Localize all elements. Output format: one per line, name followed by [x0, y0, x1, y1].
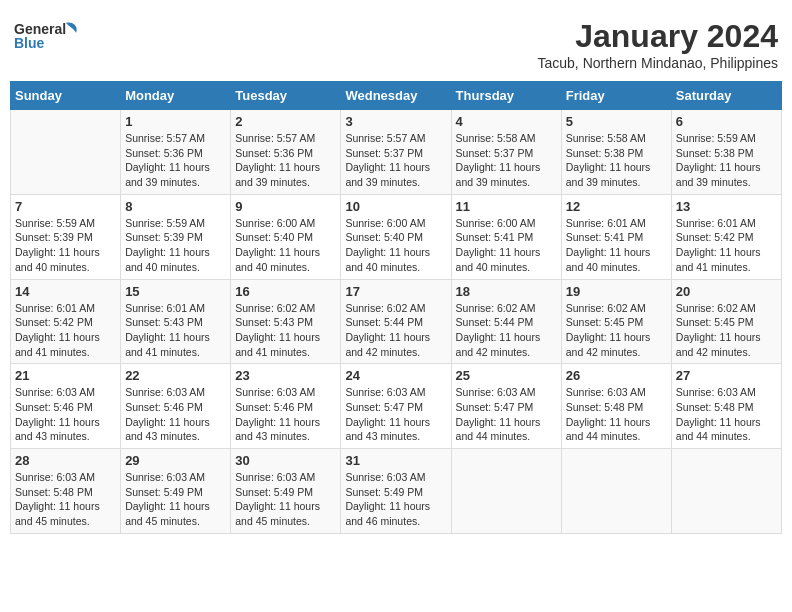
- day-number: 16: [235, 284, 336, 299]
- calendar-week-5: 28Sunrise: 6:03 AM Sunset: 5:48 PM Dayli…: [11, 449, 782, 534]
- day-info: Sunrise: 6:00 AM Sunset: 5:40 PM Dayligh…: [235, 216, 336, 275]
- day-number: 1: [125, 114, 226, 129]
- calendar-cell: 15Sunrise: 6:01 AM Sunset: 5:43 PM Dayli…: [121, 279, 231, 364]
- calendar-cell: 11Sunrise: 6:00 AM Sunset: 5:41 PM Dayli…: [451, 194, 561, 279]
- calendar-week-4: 21Sunrise: 6:03 AM Sunset: 5:46 PM Dayli…: [11, 364, 782, 449]
- day-number: 31: [345, 453, 446, 468]
- day-info: Sunrise: 6:03 AM Sunset: 5:46 PM Dayligh…: [15, 385, 116, 444]
- calendar-cell: 30Sunrise: 6:03 AM Sunset: 5:49 PM Dayli…: [231, 449, 341, 534]
- day-info: Sunrise: 6:01 AM Sunset: 5:43 PM Dayligh…: [125, 301, 226, 360]
- day-info: Sunrise: 5:59 AM Sunset: 5:39 PM Dayligh…: [125, 216, 226, 275]
- col-friday: Friday: [561, 82, 671, 110]
- calendar-cell: 24Sunrise: 6:03 AM Sunset: 5:47 PM Dayli…: [341, 364, 451, 449]
- month-title: January 2024: [538, 18, 778, 55]
- day-number: 23: [235, 368, 336, 383]
- day-info: Sunrise: 6:01 AM Sunset: 5:42 PM Dayligh…: [676, 216, 777, 275]
- day-info: Sunrise: 5:59 AM Sunset: 5:39 PM Dayligh…: [15, 216, 116, 275]
- calendar-cell: 6Sunrise: 5:59 AM Sunset: 5:38 PM Daylig…: [671, 110, 781, 195]
- calendar-week-1: 1Sunrise: 5:57 AM Sunset: 5:36 PM Daylig…: [11, 110, 782, 195]
- day-info: Sunrise: 5:57 AM Sunset: 5:36 PM Dayligh…: [235, 131, 336, 190]
- day-number: 22: [125, 368, 226, 383]
- location: Tacub, Northern Mindanao, Philippines: [538, 55, 778, 71]
- calendar-cell: [451, 449, 561, 534]
- day-number: 20: [676, 284, 777, 299]
- calendar-cell: 27Sunrise: 6:03 AM Sunset: 5:48 PM Dayli…: [671, 364, 781, 449]
- day-info: Sunrise: 6:02 AM Sunset: 5:44 PM Dayligh…: [456, 301, 557, 360]
- calendar-cell: 3Sunrise: 5:57 AM Sunset: 5:37 PM Daylig…: [341, 110, 451, 195]
- day-number: 25: [456, 368, 557, 383]
- day-info: Sunrise: 6:02 AM Sunset: 5:43 PM Dayligh…: [235, 301, 336, 360]
- day-number: 8: [125, 199, 226, 214]
- col-monday: Monday: [121, 82, 231, 110]
- day-number: 3: [345, 114, 446, 129]
- day-number: 2: [235, 114, 336, 129]
- calendar-cell: 22Sunrise: 6:03 AM Sunset: 5:46 PM Dayli…: [121, 364, 231, 449]
- day-info: Sunrise: 6:03 AM Sunset: 5:49 PM Dayligh…: [235, 470, 336, 529]
- col-sunday: Sunday: [11, 82, 121, 110]
- day-number: 10: [345, 199, 446, 214]
- day-info: Sunrise: 6:03 AM Sunset: 5:47 PM Dayligh…: [345, 385, 446, 444]
- calendar-cell: 9Sunrise: 6:00 AM Sunset: 5:40 PM Daylig…: [231, 194, 341, 279]
- calendar-cell: 12Sunrise: 6:01 AM Sunset: 5:41 PM Dayli…: [561, 194, 671, 279]
- calendar-cell: 23Sunrise: 6:03 AM Sunset: 5:46 PM Dayli…: [231, 364, 341, 449]
- day-number: 27: [676, 368, 777, 383]
- calendar-cell: 8Sunrise: 5:59 AM Sunset: 5:39 PM Daylig…: [121, 194, 231, 279]
- calendar-cell: 21Sunrise: 6:03 AM Sunset: 5:46 PM Dayli…: [11, 364, 121, 449]
- svg-text:Blue: Blue: [14, 35, 45, 51]
- day-info: Sunrise: 5:58 AM Sunset: 5:38 PM Dayligh…: [566, 131, 667, 190]
- day-number: 14: [15, 284, 116, 299]
- calendar-cell: [671, 449, 781, 534]
- header: GeneralBlue January 2024 Tacub, Northern…: [10, 10, 782, 75]
- day-info: Sunrise: 6:03 AM Sunset: 5:47 PM Dayligh…: [456, 385, 557, 444]
- calendar-cell: 18Sunrise: 6:02 AM Sunset: 5:44 PM Dayli…: [451, 279, 561, 364]
- day-info: Sunrise: 6:03 AM Sunset: 5:49 PM Dayligh…: [125, 470, 226, 529]
- day-info: Sunrise: 6:03 AM Sunset: 5:48 PM Dayligh…: [15, 470, 116, 529]
- day-number: 19: [566, 284, 667, 299]
- day-info: Sunrise: 5:58 AM Sunset: 5:37 PM Dayligh…: [456, 131, 557, 190]
- day-number: 7: [15, 199, 116, 214]
- calendar-cell: 2Sunrise: 5:57 AM Sunset: 5:36 PM Daylig…: [231, 110, 341, 195]
- day-number: 6: [676, 114, 777, 129]
- calendar-week-2: 7Sunrise: 5:59 AM Sunset: 5:39 PM Daylig…: [11, 194, 782, 279]
- calendar-cell: [11, 110, 121, 195]
- calendar-cell: [561, 449, 671, 534]
- calendar-cell: 16Sunrise: 6:02 AM Sunset: 5:43 PM Dayli…: [231, 279, 341, 364]
- day-number: 15: [125, 284, 226, 299]
- day-number: 12: [566, 199, 667, 214]
- day-info: Sunrise: 6:03 AM Sunset: 5:46 PM Dayligh…: [125, 385, 226, 444]
- day-info: Sunrise: 5:57 AM Sunset: 5:36 PM Dayligh…: [125, 131, 226, 190]
- calendar-cell: 5Sunrise: 5:58 AM Sunset: 5:38 PM Daylig…: [561, 110, 671, 195]
- calendar-cell: 31Sunrise: 6:03 AM Sunset: 5:49 PM Dayli…: [341, 449, 451, 534]
- calendar-cell: 19Sunrise: 6:02 AM Sunset: 5:45 PM Dayli…: [561, 279, 671, 364]
- calendar-cell: 14Sunrise: 6:01 AM Sunset: 5:42 PM Dayli…: [11, 279, 121, 364]
- day-number: 21: [15, 368, 116, 383]
- calendar-cell: 1Sunrise: 5:57 AM Sunset: 5:36 PM Daylig…: [121, 110, 231, 195]
- calendar-week-3: 14Sunrise: 6:01 AM Sunset: 5:42 PM Dayli…: [11, 279, 782, 364]
- day-number: 11: [456, 199, 557, 214]
- day-info: Sunrise: 6:02 AM Sunset: 5:44 PM Dayligh…: [345, 301, 446, 360]
- day-number: 18: [456, 284, 557, 299]
- day-info: Sunrise: 5:59 AM Sunset: 5:38 PM Dayligh…: [676, 131, 777, 190]
- header-row: Sunday Monday Tuesday Wednesday Thursday…: [11, 82, 782, 110]
- calendar-cell: 10Sunrise: 6:00 AM Sunset: 5:40 PM Dayli…: [341, 194, 451, 279]
- day-info: Sunrise: 6:00 AM Sunset: 5:40 PM Dayligh…: [345, 216, 446, 275]
- col-saturday: Saturday: [671, 82, 781, 110]
- day-info: Sunrise: 6:00 AM Sunset: 5:41 PM Dayligh…: [456, 216, 557, 275]
- day-number: 4: [456, 114, 557, 129]
- calendar-cell: 29Sunrise: 6:03 AM Sunset: 5:49 PM Dayli…: [121, 449, 231, 534]
- title-block: January 2024 Tacub, Northern Mindanao, P…: [538, 18, 778, 71]
- calendar-cell: 4Sunrise: 5:58 AM Sunset: 5:37 PM Daylig…: [451, 110, 561, 195]
- day-info: Sunrise: 5:57 AM Sunset: 5:37 PM Dayligh…: [345, 131, 446, 190]
- day-number: 24: [345, 368, 446, 383]
- day-info: Sunrise: 6:01 AM Sunset: 5:41 PM Dayligh…: [566, 216, 667, 275]
- day-number: 30: [235, 453, 336, 468]
- day-info: Sunrise: 6:03 AM Sunset: 5:49 PM Dayligh…: [345, 470, 446, 529]
- col-thursday: Thursday: [451, 82, 561, 110]
- day-number: 17: [345, 284, 446, 299]
- calendar-cell: 17Sunrise: 6:02 AM Sunset: 5:44 PM Dayli…: [341, 279, 451, 364]
- day-number: 29: [125, 453, 226, 468]
- logo: GeneralBlue: [14, 18, 84, 58]
- day-number: 5: [566, 114, 667, 129]
- calendar-cell: 26Sunrise: 6:03 AM Sunset: 5:48 PM Dayli…: [561, 364, 671, 449]
- day-info: Sunrise: 6:02 AM Sunset: 5:45 PM Dayligh…: [676, 301, 777, 360]
